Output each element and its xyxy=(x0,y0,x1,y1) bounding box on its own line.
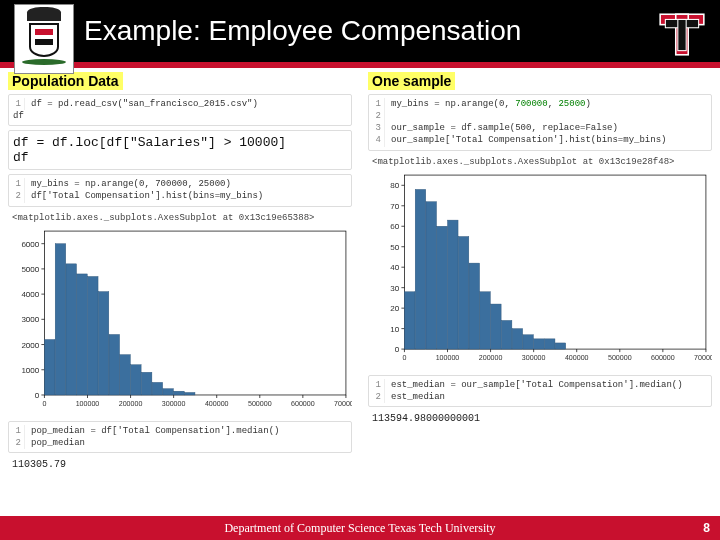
code-cell: 1est_median = our_sample['Total Compensa… xyxy=(368,375,712,407)
slide-header: Example: Employee Compensation xyxy=(0,0,720,62)
svg-text:600000: 600000 xyxy=(651,354,675,362)
sample-label: One sample xyxy=(368,72,455,90)
code-text: df = pd.read_csv("san_francisco_2015.csv… xyxy=(13,99,258,121)
svg-text:700000: 700000 xyxy=(694,354,712,362)
svg-rect-90 xyxy=(469,263,480,349)
svg-text:40: 40 xyxy=(390,263,399,272)
svg-rect-47 xyxy=(174,391,185,395)
svg-text:20: 20 xyxy=(390,304,399,313)
svg-rect-86 xyxy=(426,201,437,348)
svg-text:0: 0 xyxy=(402,354,406,362)
svg-rect-97 xyxy=(544,338,555,348)
svg-rect-40 xyxy=(98,291,109,394)
svg-text:200000: 200000 xyxy=(119,400,143,408)
svg-rect-94 xyxy=(512,328,523,348)
svg-rect-96 xyxy=(534,338,545,348)
population-label: Population Data xyxy=(8,72,123,90)
code-text: est_median = our_sample['Total Compensat… xyxy=(391,380,683,390)
svg-rect-85 xyxy=(415,189,426,349)
svg-text:400000: 400000 xyxy=(565,354,589,362)
svg-text:0: 0 xyxy=(395,345,400,354)
university-seal-icon xyxy=(14,4,74,74)
svg-text:3000: 3000 xyxy=(21,315,39,324)
code-text: my_bins = np.arange(0, 700000, 25000) xyxy=(391,99,591,109)
svg-text:4000: 4000 xyxy=(21,290,39,299)
code-block: 1pop_median = df['Total Compensation'].m… xyxy=(9,422,351,452)
svg-rect-41 xyxy=(109,334,120,395)
svg-text:70: 70 xyxy=(390,201,399,210)
svg-rect-88 xyxy=(448,220,459,349)
svg-rect-48 xyxy=(184,392,195,395)
code-cell: df = df.loc[df["Salaries"] > 10000] df xyxy=(8,130,352,170)
svg-text:300000: 300000 xyxy=(522,354,546,362)
svg-text:60: 60 xyxy=(390,222,399,231)
code-block: 1df = pd.read_csv("san_francisco_2015.cs… xyxy=(9,95,351,125)
svg-rect-3 xyxy=(678,19,686,50)
svg-rect-36 xyxy=(55,243,66,394)
svg-rect-87 xyxy=(437,226,448,349)
svg-text:50: 50 xyxy=(390,242,399,251)
svg-rect-35 xyxy=(44,339,55,394)
svg-rect-42 xyxy=(120,354,131,394)
slide-title: Example: Employee Compensation xyxy=(84,15,521,47)
sample-column: One sample 1my_bins = np.arange(0, 70000… xyxy=(360,68,720,516)
code-cell: 1my_bins = np.arange(0, 700000, 25000) 2… xyxy=(8,174,352,206)
code-block: 1my_bins = np.arange(0, 700000, 25000) 2… xyxy=(9,175,351,205)
svg-text:0: 0 xyxy=(35,391,40,400)
svg-rect-44 xyxy=(141,372,152,395)
svg-text:300000: 300000 xyxy=(162,400,186,408)
code-text: pop_median = df['Total Compensation'].me… xyxy=(31,426,279,436)
code-text: pop_median xyxy=(31,438,85,448)
svg-rect-95 xyxy=(523,334,534,348)
double-t-logo-icon xyxy=(654,6,710,62)
svg-rect-89 xyxy=(458,236,469,349)
svg-rect-91 xyxy=(480,291,491,348)
svg-rect-43 xyxy=(131,364,142,394)
svg-rect-38 xyxy=(77,274,88,395)
slide-body: Population Data 1df = pd.read_csv("san_f… xyxy=(0,68,720,516)
code-text: my_bins = np.arange(0, 700000, 25000) xyxy=(31,179,231,189)
svg-text:700000: 700000 xyxy=(334,400,352,408)
svg-text:30: 30 xyxy=(390,283,399,292)
code-block: 1est_median = our_sample['Total Compensa… xyxy=(369,376,711,406)
svg-text:400000: 400000 xyxy=(205,400,229,408)
svg-rect-39 xyxy=(87,276,98,395)
svg-text:2000: 2000 xyxy=(21,340,39,349)
svg-rect-98 xyxy=(555,343,566,349)
population-column: Population Data 1df = pd.read_csv("san_f… xyxy=(0,68,360,516)
svg-rect-37 xyxy=(66,263,77,394)
output-text: <matplotlib.axes._subplots.AxesSubplot a… xyxy=(368,155,712,169)
output-value: 113594.98000000001 xyxy=(368,411,712,428)
code-block: 1my_bins = np.arange(0, 700000, 25000) 2… xyxy=(369,95,711,150)
code-cell: 1my_bins = np.arange(0, 700000, 25000) 2… xyxy=(368,94,712,151)
page-number: 8 xyxy=(703,521,710,535)
output-value: 110305.79 xyxy=(8,457,352,474)
svg-text:500000: 500000 xyxy=(608,354,632,362)
svg-text:100000: 100000 xyxy=(436,354,460,362)
svg-rect-93 xyxy=(501,320,512,349)
svg-text:500000: 500000 xyxy=(248,400,272,408)
svg-rect-92 xyxy=(491,304,502,349)
footer-text: Department of Computer Science Texas Tec… xyxy=(224,521,495,536)
code-text: our_sample = df.sample(500, replace=Fals… xyxy=(391,123,618,133)
svg-text:200000: 200000 xyxy=(479,354,503,362)
code-block: df = df.loc[df["Salaries"] > 10000] df xyxy=(9,131,351,169)
svg-text:5000: 5000 xyxy=(21,264,39,273)
output-text: <matplotlib.axes._subplots.AxesSubplot a… xyxy=(8,211,352,225)
svg-text:100000: 100000 xyxy=(76,400,100,408)
code-cell: 1df = pd.read_csv("san_francisco_2015.cs… xyxy=(8,94,352,126)
population-histogram: 0100020003000400050006000010000020000030… xyxy=(8,225,352,417)
code-cell: 1pop_median = df['Total Compensation'].m… xyxy=(8,421,352,453)
svg-text:80: 80 xyxy=(390,181,399,190)
svg-text:0: 0 xyxy=(42,400,46,408)
svg-rect-45 xyxy=(152,382,163,395)
code-text: our_sample['Total Compensation'].hist(bi… xyxy=(391,135,666,145)
svg-text:600000: 600000 xyxy=(291,400,315,408)
code-text: est_median xyxy=(391,392,445,402)
sample-histogram: 0102030405060708001000002000003000004000… xyxy=(368,169,712,371)
svg-rect-84 xyxy=(404,291,415,348)
svg-text:6000: 6000 xyxy=(21,239,39,248)
code-text: df['Total Compensation'].hist(bins=my_bi… xyxy=(31,191,263,201)
svg-text:1000: 1000 xyxy=(21,365,39,374)
slide-footer: Department of Computer Science Texas Tec… xyxy=(0,516,720,540)
